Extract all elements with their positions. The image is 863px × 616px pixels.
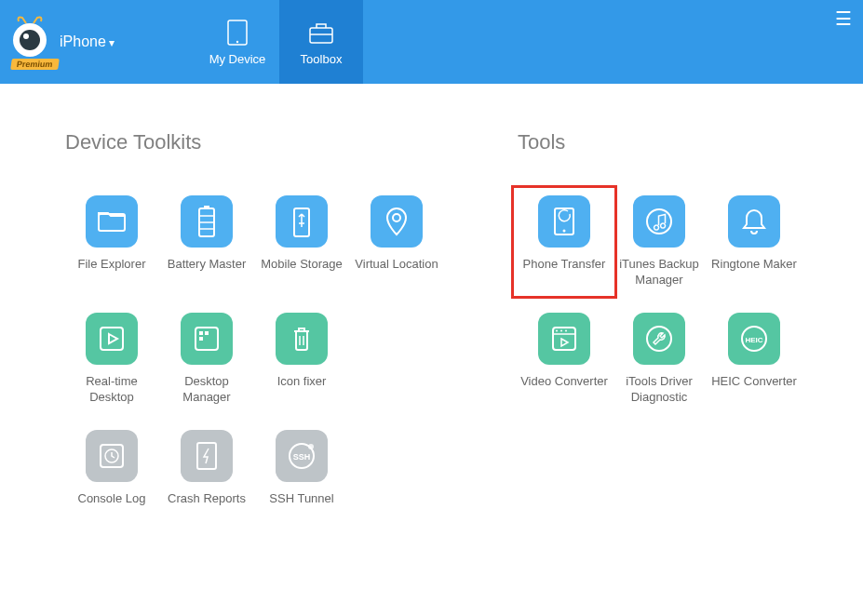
content: Device Toolkits File ExplorerBattery Mas…: [0, 84, 863, 545]
logo-area: Premium iPhone: [0, 14, 196, 70]
tile-label: HEIC Converter: [711, 374, 797, 406]
app-logo-icon: Premium: [7, 14, 52, 70]
svg-point-2: [23, 33, 29, 39]
folder-icon: [86, 195, 138, 248]
svg-rect-18: [205, 331, 209, 335]
svg-point-36: [647, 327, 671, 351]
tools-section: Tools Phone TransferiTunes Backup Manage…: [518, 130, 807, 527]
tile-driver-diagnostic[interactable]: iTools Driver Diagnostic: [613, 309, 706, 409]
svg-point-29: [563, 230, 566, 233]
svg-point-14: [393, 214, 400, 221]
svg-text:HEIC: HEIC: [745, 336, 762, 344]
svg-point-35: [565, 330, 567, 332]
device-selector[interactable]: iPhone: [60, 33, 115, 50]
device-icon: [222, 19, 253, 47]
premium-badge: Premium: [10, 59, 59, 70]
tab-toolbox[interactable]: Toolbox: [279, 0, 363, 84]
svg-point-27: [308, 444, 314, 449]
svg-rect-16: [196, 328, 218, 350]
tools-grid: Phone TransferiTunes Backup ManagerRingt…: [518, 192, 807, 409]
svg-point-4: [236, 40, 238, 42]
device-toolkits-grid: File ExplorerBattery MasterMobile Storag…: [65, 192, 443, 527]
tile-icon-fixer[interactable]: Icon fixer: [255, 309, 348, 409]
clock-icon: [86, 430, 138, 482]
tile-crash-reports[interactable]: Crash Reports: [160, 426, 253, 527]
tile-ssh-tunnel[interactable]: SSHSSH Tunnel: [255, 426, 348, 527]
svg-text:SSH: SSH: [293, 452, 311, 462]
tile-file-explorer[interactable]: File Explorer: [65, 192, 158, 292]
ssh-icon: SSH: [276, 430, 328, 482]
tile-label: Virtual Location: [355, 257, 438, 288]
device-toolkits-section: Device Toolkits File ExplorerBattery Mas…: [65, 130, 443, 527]
tile-video-converter[interactable]: Video Converter: [518, 309, 611, 409]
tile-heic-converter[interactable]: HEICHEIC Converter: [708, 309, 801, 409]
svg-rect-15: [101, 328, 123, 350]
tile-label: Phone Transfer: [523, 257, 606, 288]
svg-rect-17: [199, 331, 203, 335]
tile-label: Real-time Desktop: [65, 374, 158, 406]
grid-icon: [181, 313, 233, 365]
location-icon: [371, 195, 423, 248]
tile-label: Battery Master: [168, 257, 247, 288]
section-title: Tools: [518, 130, 807, 154]
tile-label: Icon fixer: [277, 374, 327, 406]
tile-label: Crash Reports: [168, 491, 246, 523]
tile-phone-transfer[interactable]: Phone Transfer: [518, 192, 611, 292]
tile-itunes-backup[interactable]: iTunes Backup Manager: [613, 192, 706, 292]
svg-point-1: [20, 30, 40, 50]
transfer-icon: [538, 195, 590, 248]
svg-rect-5: [310, 28, 332, 43]
tile-virtual-location[interactable]: Virtual Location: [350, 192, 443, 292]
tile-label: iTunes Backup Manager: [613, 257, 706, 288]
bell-icon: [728, 195, 780, 248]
svg-rect-24: [197, 443, 216, 469]
tile-desktop-manager[interactable]: Desktop Manager: [160, 309, 253, 409]
trash-icon: [276, 313, 328, 365]
header: Premium iPhone My Device Toolbox ☰: [0, 0, 863, 84]
tile-label: Ringtone Maker: [711, 257, 797, 288]
crash-icon: [181, 430, 233, 482]
tile-ringtone-maker[interactable]: Ringtone Maker: [708, 192, 801, 292]
tile-mobile-storage[interactable]: Mobile Storage: [255, 192, 348, 292]
tile-label: Video Converter: [520, 374, 608, 406]
svg-point-33: [556, 330, 558, 332]
svg-rect-9: [204, 206, 209, 208]
tile-label: File Explorer: [78, 257, 146, 288]
heic-icon: HEIC: [728, 313, 780, 365]
tile-label: SSH Tunnel: [269, 491, 333, 523]
section-title: Device Toolkits: [65, 130, 443, 154]
tile-label: Mobile Storage: [261, 257, 342, 288]
header-tabs: My Device Toolbox: [196, 0, 363, 84]
itunes-icon: [633, 195, 685, 248]
tab-label: My Device: [209, 52, 266, 66]
tile-label: Console Log: [78, 491, 146, 523]
svg-rect-19: [199, 337, 203, 341]
usb-icon: [276, 195, 328, 248]
menu-icon[interactable]: ☰: [835, 9, 852, 28]
play-icon: [86, 313, 138, 365]
tab-my-device[interactable]: My Device: [196, 0, 279, 84]
tile-battery-master[interactable]: Battery Master: [160, 192, 253, 292]
video-icon: [538, 313, 590, 365]
tile-console-log[interactable]: Console Log: [65, 426, 158, 527]
tab-label: Toolbox: [301, 52, 343, 66]
tile-label: Desktop Manager: [160, 374, 253, 406]
svg-point-34: [560, 330, 562, 332]
toolbox-icon: [305, 19, 337, 47]
wrench-icon: [633, 313, 685, 365]
tile-label: iTools Driver Diagnostic: [613, 374, 706, 406]
tile-realtime-desktop[interactable]: Real-time Desktop: [65, 309, 158, 409]
battery-icon: [181, 195, 233, 248]
